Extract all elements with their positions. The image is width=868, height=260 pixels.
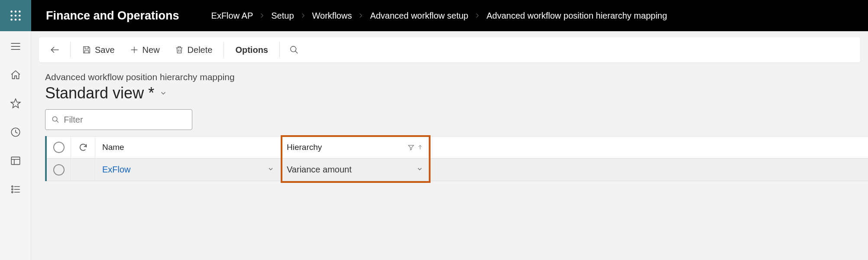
filter-wrap	[31, 102, 868, 136]
search-icon	[52, 115, 59, 124]
options-button[interactable]: Options	[229, 42, 274, 58]
new-button[interactable]: New	[123, 42, 166, 58]
hamburger-button[interactable]	[9, 40, 22, 53]
chevron-down-icon	[159, 89, 167, 97]
trash-icon	[175, 45, 184, 55]
modules-button[interactable]	[9, 183, 22, 196]
svg-point-0	[10, 10, 13, 13]
svg-point-11	[11, 186, 13, 187]
name-link[interactable]: ExFlow	[102, 165, 131, 175]
page-subtitle: Advanced workflow position hierarchy map…	[45, 72, 860, 82]
divider	[70, 42, 71, 58]
grid-header: Name Hierarchy	[47, 136, 868, 159]
svg-point-14	[291, 46, 296, 52]
chevron-right-icon	[300, 13, 306, 19]
svg-point-13	[11, 192, 13, 193]
select-all-radio[interactable]	[53, 142, 65, 153]
app-launcher-button[interactable]	[0, 0, 31, 31]
row-select-cell[interactable]	[47, 159, 71, 181]
refresh-icon	[78, 143, 88, 152]
view-dirty-marker: *	[148, 84, 154, 102]
svg-point-7	[15, 19, 17, 21]
left-rail	[0, 31, 31, 260]
cell-name[interactable]: ExFlow	[95, 159, 282, 181]
svg-rect-10	[11, 157, 20, 164]
back-button[interactable]	[45, 41, 65, 59]
save-button[interactable]: Save	[76, 42, 121, 58]
filter-icon	[408, 144, 415, 151]
svg-point-2	[19, 10, 21, 13]
breadcrumb-item[interactable]: Advanced workflow position hierarchy map…	[486, 11, 667, 21]
sort-asc-icon	[417, 144, 423, 150]
breadcrumb-item[interactable]: Workflows	[312, 11, 352, 21]
arrow-left-icon	[49, 44, 61, 55]
view-selector[interactable]: Standard view *	[45, 84, 860, 102]
delete-button[interactable]: Delete	[168, 42, 219, 58]
content-area: Save New Delete Options Advanced workflo…	[31, 31, 868, 260]
svg-point-12	[11, 188, 13, 190]
breadcrumb: ExFlow AP Setup Workflows Advanced workf…	[211, 11, 667, 21]
svg-point-4	[15, 15, 17, 17]
hierarchy-value: Variance amount	[287, 165, 352, 175]
filter-field[interactable]	[45, 109, 192, 130]
column-header-name[interactable]: Name	[95, 136, 282, 158]
delete-label: Delete	[188, 45, 213, 55]
toolbar: Save New Delete Options	[39, 37, 860, 62]
chevron-right-icon	[259, 13, 265, 19]
save-icon	[82, 45, 91, 55]
home-button[interactable]	[9, 68, 22, 81]
app-title: Finance and Operations	[31, 9, 205, 23]
row-select-radio[interactable]	[53, 164, 65, 176]
cell-hierarchy[interactable]: Variance amount	[282, 159, 429, 181]
waffle-icon	[10, 10, 22, 22]
favorites-button[interactable]	[9, 97, 22, 110]
column-sort-icons	[408, 144, 423, 151]
search-icon	[289, 45, 299, 55]
svg-point-8	[19, 19, 21, 21]
workspaces-button[interactable]	[9, 154, 22, 167]
search-button[interactable]	[285, 42, 303, 58]
view-title: Standard view	[45, 84, 144, 102]
svg-point-5	[19, 15, 21, 17]
select-all-cell[interactable]	[47, 136, 71, 158]
svg-point-3	[10, 15, 13, 17]
chevron-down-icon[interactable]	[267, 166, 274, 174]
page-heading: Advanced workflow position hierarchy map…	[31, 62, 868, 102]
breadcrumb-item[interactable]: Advanced workflow setup	[370, 11, 468, 21]
plus-icon	[130, 45, 139, 55]
chevron-down-icon[interactable]	[416, 165, 423, 175]
divider	[279, 42, 280, 58]
new-label: New	[143, 45, 160, 55]
top-nav: Finance and Operations ExFlow AP Setup W…	[0, 0, 868, 31]
filter-input[interactable]	[64, 115, 186, 125]
save-label: Save	[95, 45, 115, 55]
svg-point-1	[15, 10, 17, 13]
refresh-button[interactable]	[71, 136, 95, 158]
column-header-hierarchy[interactable]: Hierarchy	[282, 136, 429, 158]
chevron-right-icon	[474, 13, 480, 19]
breadcrumb-item[interactable]: Setup	[271, 11, 294, 21]
svg-point-15	[52, 117, 57, 121]
column-name-label: Name	[102, 143, 124, 152]
chevron-right-icon	[358, 13, 364, 19]
recent-button[interactable]	[9, 126, 22, 139]
column-hierarchy-label: Hierarchy	[287, 143, 322, 152]
row-spacer	[71, 159, 95, 181]
table-row[interactable]: ExFlow Variance amount	[47, 159, 868, 181]
breadcrumb-item[interactable]: ExFlow AP	[211, 11, 253, 21]
svg-point-6	[10, 19, 13, 21]
divider	[223, 42, 224, 58]
options-label: Options	[235, 45, 268, 55]
data-grid: Name Hierarchy ExFlow	[45, 136, 868, 181]
